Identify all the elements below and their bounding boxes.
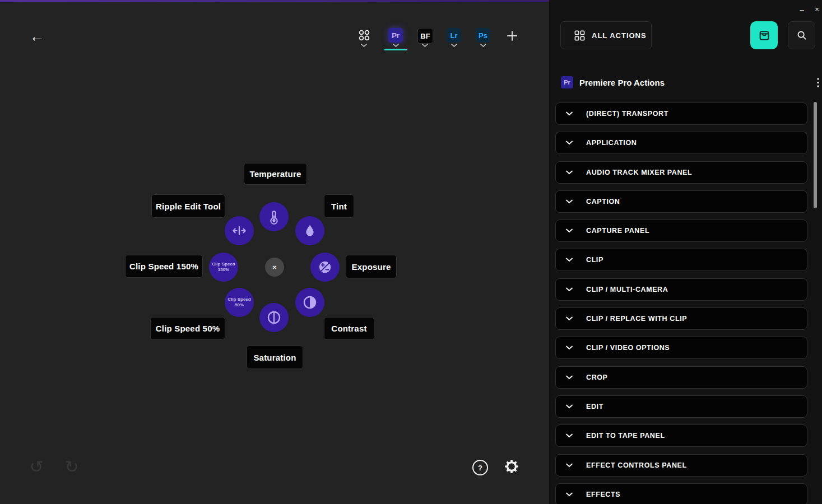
chevron-down-icon — [566, 111, 573, 116]
gear-icon[interactable] — [504, 459, 519, 474]
back-button[interactable]: ← — [28, 27, 46, 46]
radial-label-contrast: Contrast — [324, 317, 374, 340]
chevron-down-icon[interactable] — [451, 44, 457, 48]
radial-label-temperature: Temperature — [244, 163, 307, 185]
marketplace-button[interactable] — [750, 21, 778, 49]
radial-slot-exposure[interactable] — [310, 253, 340, 282]
saturation-icon — [266, 309, 282, 326]
clip-speed-50-circle-label: Clip Speed 50% — [227, 297, 252, 307]
ripple-arrows-icon — [231, 222, 248, 239]
action-group-edit-to-tape-panel[interactable]: EDIT TO TAPE PANEL — [555, 424, 807, 447]
action-group-label: CLIP / MULTI-CAMERA — [586, 286, 668, 293]
action-group-label: EFFECT CONTROLS PANEL — [586, 461, 687, 469]
action-group-application[interactable]: APPLICATION — [555, 132, 807, 154]
radial-slot-ripple-edit-tool[interactable] — [225, 216, 254, 245]
radial-label-tint: Tint — [324, 194, 354, 218]
undo-icon[interactable]: ↺ — [27, 457, 46, 476]
shopping-bag-icon — [757, 28, 772, 43]
action-group-label: EDIT — [586, 403, 603, 410]
chevron-down-icon — [566, 433, 573, 438]
chevron-down-icon[interactable] — [393, 44, 399, 48]
redo-icon[interactable]: ↻ — [62, 457, 81, 476]
active-tab-underline — [384, 49, 407, 50]
kebab-menu-icon[interactable] — [814, 77, 822, 88]
action-group-label: CLIP / REPLACE WITH CLIP — [586, 315, 687, 323]
action-group-clip[interactable]: CLIP — [555, 249, 807, 271]
action-group-label: EFFECTS — [586, 491, 620, 498]
tab-lightroom[interactable]: Lr — [447, 28, 461, 43]
radial-label-ripple-edit-tool: Ripple Edit Tool — [151, 194, 225, 218]
search-icon — [796, 29, 808, 41]
action-group-capture-panel[interactable]: CAPTURE PANEL — [555, 220, 807, 242]
action-group-clip-video-options[interactable]: CLIP / VIDEO OPTIONS — [555, 337, 807, 359]
action-group-label: (DIRECT) TRANSPORT — [586, 110, 668, 118]
radial-slot-clip-speed-50[interactable]: Clip Speed 50% — [225, 288, 254, 317]
chevron-down-icon — [566, 287, 573, 292]
radial-slot-contrast[interactable] — [295, 288, 324, 317]
panel-scrollbar[interactable] — [814, 102, 817, 208]
action-group-direct-transport[interactable]: (DIRECT) TRANSPORT — [555, 102, 807, 125]
thermometer-icon — [266, 208, 282, 225]
action-group-label: CAPTION — [586, 198, 620, 206]
action-group-crop[interactable]: CROP — [555, 366, 807, 389]
chevron-down-icon — [566, 258, 573, 262]
action-group-edit[interactable]: EDIT — [555, 395, 807, 418]
droplet-icon — [302, 223, 318, 239]
chevron-down-icon — [566, 492, 573, 497]
chevron-down-icon — [566, 228, 573, 233]
tab-photoshop[interactable]: Ps — [476, 28, 490, 43]
radial-slot-clip-speed-150[interactable]: Clip Speed 150% — [209, 253, 238, 282]
action-group-audio-track-mixer-panel[interactable]: AUDIO TRACK MIXER PANEL — [555, 161, 807, 184]
action-group-label: CROP — [586, 374, 608, 381]
chevron-down-icon — [566, 346, 573, 350]
all-actions-label: ALL ACTIONS — [592, 31, 647, 40]
radial-slot-saturation[interactable] — [259, 303, 289, 332]
radial-label-clip-speed-50: Clip Speed 50% — [150, 317, 225, 340]
chevron-down-icon[interactable] — [480, 44, 486, 48]
action-group-label: CLIP — [586, 256, 603, 264]
action-group-label: EDIT TO TAPE PANEL — [586, 432, 665, 440]
help-icon[interactable]: ? — [472, 460, 488, 475]
action-group-effects[interactable]: EFFECTS — [555, 483, 807, 504]
all-actions-button[interactable]: ALL ACTIONS — [560, 21, 652, 49]
action-groups-list: (DIRECT) TRANSPORT APPLICATION AUDIO TRA… — [555, 102, 807, 504]
chevron-down-icon — [566, 316, 573, 321]
premiere-pro-badge: Pr — [561, 76, 573, 88]
all-profiles-tab[interactable] — [357, 28, 371, 43]
chevron-down-icon[interactable] — [361, 44, 367, 48]
chevron-down-icon[interactable] — [422, 44, 428, 48]
action-group-label: CAPTURE PANEL — [586, 227, 649, 235]
action-group-label: APPLICATION — [586, 139, 637, 147]
grid-dots-icon — [358, 29, 370, 41]
action-group-label: CLIP / VIDEO OPTIONS — [586, 344, 670, 352]
action-group-clip-multi-camera[interactable]: CLIP / MULTI-CAMERA — [555, 278, 807, 301]
panel-title-row: Pr Premiere Pro Actions — [561, 75, 813, 90]
action-group-caption[interactable]: CAPTION — [555, 190, 807, 213]
radial-slot-temperature[interactable] — [259, 202, 289, 231]
chevron-down-icon — [566, 199, 573, 204]
app-window: ← Pr BF Lr Ps — [0, 0, 822, 504]
panel-title: Premiere Pro Actions — [579, 78, 665, 87]
tab-premiere-pro[interactable]: Pr — [388, 28, 403, 43]
radial-label-exposure: Exposure — [346, 255, 397, 278]
action-group-label: AUDIO TRACK MIXER PANEL — [586, 169, 692, 176]
search-button[interactable] — [788, 21, 815, 49]
radial-slot-tint[interactable] — [295, 216, 324, 245]
plus-icon — [506, 30, 518, 42]
action-group-effect-controls-panel[interactable]: EFFECT CONTROLS PANEL — [555, 454, 807, 477]
radial-label-clip-speed-150: Clip Speed 150% — [125, 255, 203, 278]
chevron-down-icon — [566, 375, 573, 380]
grid-squares-icon — [574, 30, 585, 41]
radial-center-remove-button[interactable]: ✕ — [265, 258, 284, 277]
minimize-window-button[interactable]: – — [797, 4, 807, 15]
actions-panel: – × ALL ACTIONS Pr — [549, 0, 822, 504]
action-group-clip-replace-with-clip[interactable]: CLIP / REPLACE WITH CLIP — [555, 307, 807, 330]
tab-bf-profile[interactable]: BF — [417, 28, 433, 44]
chevron-down-icon — [566, 141, 573, 145]
chevron-down-icon — [566, 404, 573, 409]
add-profile-button[interactable] — [505, 29, 519, 43]
close-window-button[interactable]: × — [812, 4, 822, 14]
chevron-down-icon — [566, 170, 573, 175]
exposure-icon — [317, 259, 333, 276]
radial-label-saturation: Saturation — [247, 346, 303, 369]
